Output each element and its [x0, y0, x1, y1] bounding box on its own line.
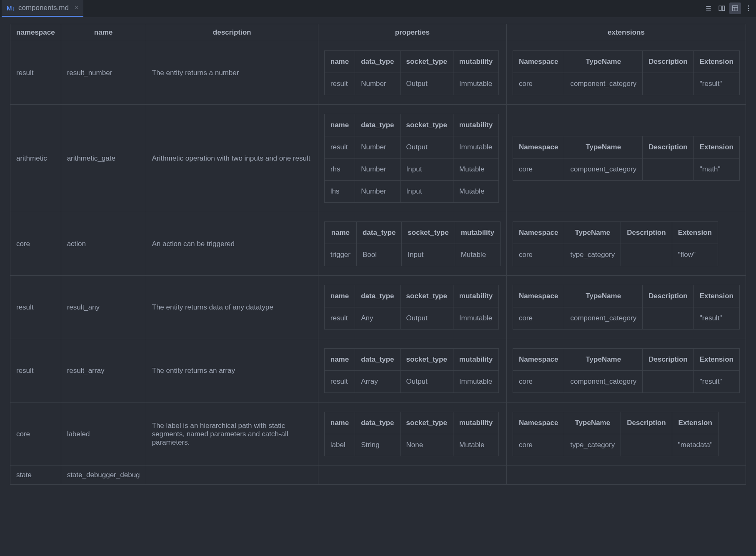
prop-row: resultArrayOutputImmutable — [324, 371, 498, 393]
ext-cell-description — [643, 307, 694, 330]
ext-cell-extension: "math" — [693, 158, 739, 181]
prop-col-data_type: data_type — [355, 51, 400, 73]
table-row: arithmeticarithmetic_gateArithmetic oper… — [10, 105, 746, 212]
split-view-icon[interactable] — [716, 3, 728, 14]
extensions-table: NamespaceTypeNameDescriptionExtensioncor… — [513, 412, 719, 456]
ext-col-namespace: Namespace — [513, 136, 564, 158]
prop-cell-data_type: Number — [355, 181, 400, 203]
prop-col-socket_type: socket_type — [400, 114, 453, 136]
col-name: name — [61, 24, 146, 41]
svg-point-9 — [748, 8, 749, 9]
ext-cell-namespace: core — [513, 158, 564, 181]
cell-namespace: result — [10, 41, 61, 105]
cell-extensions: NamespaceTypeNameDescriptionExtensioncor… — [506, 403, 746, 466]
prop-col-mutability: mutability — [453, 349, 498, 371]
cell-name: state_debugger_debug — [61, 466, 146, 485]
ext-cell-extension: "result" — [693, 73, 739, 95]
prop-cell-mutability: Mutable — [455, 244, 500, 266]
tab-components-md[interactable]: M↓ components.md × — [2, 0, 83, 17]
prop-col-data_type: data_type — [355, 349, 400, 371]
prop-row: triggerBoolInputMutable — [324, 244, 500, 266]
table-header-row: namespace name description properties ex… — [10, 24, 746, 41]
prop-cell-name: result — [324, 307, 355, 330]
cell-namespace: core — [10, 403, 61, 466]
ext-col-description: Description — [643, 51, 694, 73]
ext-row: corecomponent_category"math" — [513, 158, 739, 181]
ext-row: corecomponent_category"result" — [513, 307, 739, 330]
properties-table: namedata_typesocket_typemutabilityresult… — [324, 348, 499, 393]
ext-col-description: Description — [621, 222, 672, 244]
prop-col-name: name — [324, 51, 355, 73]
ext-col-namespace: Namespace — [513, 51, 564, 73]
cell-description: The entity returns a number — [146, 41, 318, 105]
tab-bar: M↓ components.md × — [0, 0, 756, 17]
prop-row: resultNumberOutputImmutable — [324, 73, 498, 95]
ext-col-namespace: Namespace — [513, 222, 564, 244]
cell-properties: namedata_typesocket_typemutabilityresult… — [318, 276, 506, 339]
prop-col-mutability: mutability — [453, 412, 498, 434]
prop-cell-mutability: Immutable — [453, 136, 498, 158]
cell-description: The entity returns an array — [146, 339, 318, 403]
cell-namespace: result — [10, 339, 61, 403]
ext-cell-extension: "result" — [693, 307, 739, 330]
ext-col-namespace: Namespace — [513, 285, 564, 307]
ext-col-description: Description — [643, 349, 694, 371]
prop-cell-name: lhs — [324, 181, 355, 203]
cell-extensions: NamespaceTypeNameDescriptionExtensioncor… — [506, 212, 746, 276]
cell-name: result_number — [61, 41, 146, 105]
outline-icon[interactable] — [703, 3, 714, 14]
prop-cell-data_type: Array — [355, 371, 400, 393]
prop-cell-socket_type: Output — [400, 307, 453, 330]
ext-col-typename: TypeName — [564, 412, 621, 434]
close-icon[interactable]: × — [75, 5, 78, 11]
ext-col-extension: Extension — [693, 136, 739, 158]
ext-cell-namespace: core — [513, 244, 564, 266]
cell-extensions — [506, 466, 746, 485]
prop-col-name: name — [324, 412, 355, 434]
cell-extensions: NamespaceTypeNameDescriptionExtensioncor… — [506, 41, 746, 105]
prop-col-name: name — [324, 285, 355, 307]
prop-col-socket_type: socket_type — [402, 222, 455, 244]
prop-col-data_type: data_type — [356, 222, 401, 244]
tab-group: M↓ components.md × — [0, 0, 83, 17]
ext-cell-typename: component_category — [564, 371, 643, 393]
extensions-table: NamespaceTypeNameDescriptionExtensioncor… — [513, 221, 718, 266]
cell-properties: namedata_typesocket_typemutabilityresult… — [318, 41, 506, 105]
cell-extensions: NamespaceTypeNameDescriptionExtensioncor… — [506, 339, 746, 403]
ext-col-typename: TypeName — [564, 136, 643, 158]
ext-col-description: Description — [643, 285, 694, 307]
cell-namespace: state — [10, 466, 61, 485]
cell-namespace: arithmetic — [10, 105, 61, 212]
prop-row: lhsNumberInputMutable — [324, 181, 498, 203]
prop-cell-socket_type: Input — [402, 244, 455, 266]
ext-col-extension: Extension — [693, 51, 739, 73]
ext-cell-extension: "flow" — [672, 244, 718, 266]
properties-table: namedata_typesocket_typemutabilityresult… — [324, 50, 499, 95]
ext-col-typename: TypeName — [564, 51, 643, 73]
ext-cell-description — [643, 158, 694, 181]
cell-description: An action can be triggered — [146, 212, 318, 276]
ext-cell-namespace: core — [513, 371, 564, 393]
prop-cell-name: result — [324, 73, 355, 95]
ext-col-namespace: Namespace — [513, 349, 564, 371]
ext-col-extension: Extension — [693, 349, 739, 371]
prop-cell-name: label — [324, 434, 355, 456]
ext-cell-description — [621, 434, 672, 456]
prop-col-socket_type: socket_type — [400, 51, 453, 73]
ext-col-extension: Extension — [693, 285, 739, 307]
prop-cell-mutability: Immutable — [453, 307, 498, 330]
ext-row: coretype_category"metadata" — [513, 434, 718, 456]
properties-table: namedata_typesocket_typemutabilitylabelS… — [324, 412, 499, 456]
extensions-table: NamespaceTypeNameDescriptionExtensioncor… — [513, 50, 740, 95]
svg-rect-3 — [719, 6, 721, 10]
prop-cell-data_type: Number — [355, 136, 400, 158]
cell-description — [146, 466, 318, 485]
prop-cell-mutability: Immutable — [453, 371, 498, 393]
ext-cell-typename: type_category — [564, 244, 621, 266]
prop-cell-mutability: Immutable — [453, 73, 498, 95]
prop-col-socket_type: socket_type — [400, 285, 453, 307]
preview-icon[interactable] — [729, 3, 741, 14]
more-icon[interactable] — [743, 3, 754, 14]
cell-extensions: NamespaceTypeNameDescriptionExtensioncor… — [506, 276, 746, 339]
properties-table: namedata_typesocket_typemutabilitytrigge… — [324, 221, 501, 266]
